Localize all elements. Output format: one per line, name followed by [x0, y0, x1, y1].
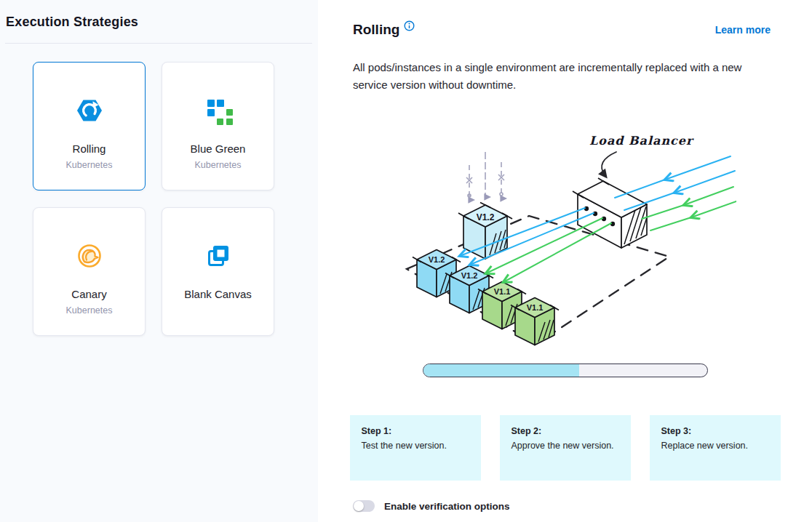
execution-strategies-panel: Execution Strategies Rolling Kubernetes — [0, 0, 318, 522]
canary-icon — [75, 241, 104, 270]
strategy-card-rolling[interactable]: Rolling Kubernetes — [33, 62, 146, 190]
steps-row: Step 1: Test the new version. Step 2: Ap… — [350, 415, 781, 481]
floating-pod-v12: V1.2 — [458, 152, 512, 259]
strategy-card-canary[interactable]: Canary Kubernetes — [33, 207, 146, 336]
rolling-illustration: V1.2 — [318, 120, 812, 353]
strategy-card-grid: Rolling Kubernetes Blue Green Kubernetes — [33, 62, 318, 336]
step-title: Step 3: — [661, 426, 773, 436]
title-divider — [5, 43, 312, 44]
toggle-knob — [354, 501, 364, 511]
strategy-label: Rolling — [73, 142, 106, 155]
blue-green-icon — [204, 96, 233, 125]
verification-toggle-row: Enable verification options — [353, 500, 812, 512]
strategy-label: Canary — [71, 288, 106, 300]
strategy-description: All pods/instances in a single environme… — [353, 59, 771, 94]
step-description: Replace new version. — [661, 441, 773, 451]
load-balancer-label: Load Balancer — [589, 134, 694, 148]
strategy-sublabel: Kubernetes — [195, 160, 242, 170]
step-card-1: Step 1: Test the new version. — [350, 415, 481, 481]
pod-version-label: V1.2 — [476, 212, 494, 222]
step-card-2: Step 2: Approve the new version. — [500, 415, 631, 481]
step-card-3: Step 3: Replace new version. — [650, 415, 781, 481]
strategy-sublabel: Kubernetes — [66, 305, 113, 316]
step-title: Step 1: — [362, 426, 474, 436]
pod-version-label: V1.1 — [526, 303, 543, 312]
step-title: Step 2: — [512, 426, 624, 436]
pod-version-label: V1.1 — [493, 287, 510, 296]
info-icon[interactable] — [404, 20, 415, 31]
strategy-label: Blue Green — [191, 142, 246, 155]
rolling-icon — [75, 96, 104, 125]
strategy-sublabel: Kubernetes — [66, 160, 113, 170]
step-description: Approve the new version. — [512, 441, 624, 451]
blank-canvas-icon — [204, 241, 233, 270]
load-balancer-callout: Load Balancer — [589, 134, 694, 176]
strategy-card-blue-green[interactable]: Blue Green Kubernetes — [162, 62, 274, 190]
pod-version-label: V1.2 — [461, 271, 477, 280]
verification-toggle[interactable] — [353, 500, 375, 512]
strategy-label: Blank Canvas — [184, 288, 252, 300]
verification-toggle-label: Enable verification options — [384, 501, 510, 512]
learn-more-link[interactable]: Learn more — [715, 24, 771, 36]
strategy-card-blank-canvas[interactable]: Blank Canvas — [162, 207, 274, 336]
detail-title: Rolling — [353, 22, 399, 38]
pod-version-label: V1.2 — [428, 255, 445, 264]
progress-fill — [423, 364, 580, 377]
step-description: Test the new version. — [362, 441, 474, 451]
page-title: Execution Strategies — [6, 15, 312, 30]
rollout-progress-bar — [423, 364, 708, 377]
strategy-detail-panel: Rolling Learn more All pods/instances in… — [318, 0, 812, 522]
detail-header: Rolling Learn more — [318, 0, 812, 39]
